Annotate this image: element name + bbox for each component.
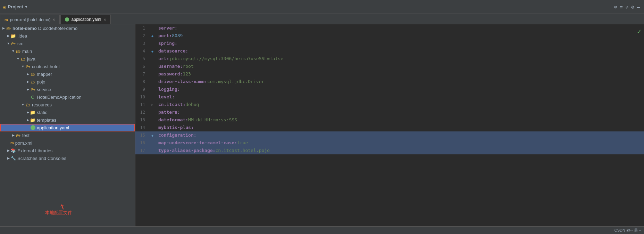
sidebar-item-cn-itcast-hotel[interactable]: ▼ 🗁 cn.itcast.hotel: [0, 63, 135, 70]
arrow-external-libraries: ▶: [6, 148, 10, 153]
folder-icon-hotel-demo: 🗁: [6, 25, 11, 31]
line-num-4: 4: [135, 47, 149, 55]
tab-yaml-label: application.yaml: [71, 17, 101, 22]
label-idea: .idea: [17, 33, 27, 39]
label-hotel-demo: hotel-demo D:\code\hotel-demo: [12, 26, 77, 31]
folder-icon-src: 🗁: [10, 41, 16, 46]
folder-icon-idea: 📁: [10, 33, 16, 39]
sidebar-item-external-libraries[interactable]: ▶ 📚 External Libraries: [0, 147, 135, 154]
label-service: service: [37, 87, 51, 92]
line-num-9: 9: [135, 86, 149, 93]
arrow-src: ▼: [6, 41, 10, 46]
line-num-13: 13: [135, 116, 149, 124]
code-line-10: 10 level:: [135, 93, 644, 101]
tab-application-yaml[interactable]: application.yaml ✕: [60, 15, 110, 24]
folder-icon-templates: 📁: [30, 117, 35, 123]
tab-pom-close[interactable]: ✕: [52, 18, 55, 22]
gutter-9: [149, 86, 156, 93]
line-num-1: 1: [135, 24, 149, 32]
line-content-11: cn.itcast: debug: [156, 101, 644, 108]
arrow-pojo: ▶: [26, 80, 30, 84]
sidebar-item-main[interactable]: ▼ 🗁 main: [0, 47, 135, 55]
label-main: main: [22, 49, 32, 54]
line-content-7: password: 123: [156, 70, 644, 78]
folder-icon-test: 🗁: [15, 132, 21, 138]
label-external-libraries: External Libraries: [17, 148, 52, 153]
gutter-6: [149, 63, 156, 70]
sidebar-item-hoteldemo-application[interactable]: C HotelDemoApplication: [0, 93, 135, 101]
gutter-15: ◆: [149, 131, 156, 139]
folder-icon-main: 🗁: [15, 48, 21, 54]
label-pojo: pojo: [37, 79, 45, 84]
sidebar-item-idea[interactable]: ▶ 📁 .idea: [0, 32, 135, 40]
code-line-1: 1 server:: [135, 24, 644, 32]
scratches-icon: 🔧: [10, 155, 16, 161]
line-num-2: 2: [135, 32, 149, 40]
label-mapper: mapper: [37, 72, 52, 77]
line-content-15: configuration:: [156, 131, 644, 139]
xml-file-icon: m: [5, 18, 8, 22]
line-content-1: server:: [156, 24, 644, 32]
tab-pom-xml[interactable]: m pom.xml (hotel-demo) ✕: [0, 15, 60, 24]
settings-icon[interactable]: ⚙: [631, 4, 634, 10]
gutter-2: ◆: [149, 32, 156, 40]
line-content-8: driver-class-name: com.mysql.jdbc.Driver: [156, 78, 644, 86]
sidebar-item-src[interactable]: ▼ 🗁 src: [0, 40, 135, 47]
gutter-14: [149, 124, 156, 131]
line-content-6: username: root: [156, 63, 644, 70]
project-sidebar: ▶ 🗁 hotel-demo D:\code\hotel-demo ▶ 📁 .i…: [0, 24, 135, 226]
sidebar-item-pojo[interactable]: ▶ 🗁 pojo: [0, 78, 135, 86]
line-num-3: 3: [135, 40, 149, 47]
lib-icon: 📚: [10, 148, 16, 153]
line-content-12: pattern:: [156, 108, 644, 116]
folder-icon-java: 🗁: [20, 56, 26, 62]
folder-icon-resources: 🗁: [25, 102, 31, 107]
minimize-icon[interactable]: —: [637, 4, 640, 10]
line-content-16: map-underscore-to-camel-case: true: [156, 139, 644, 147]
sidebar-item-hotel-demo[interactable]: ▶ 🗁 hotel-demo D:\code\hotel-demo: [0, 24, 135, 32]
arrow-service: ▶: [26, 87, 30, 91]
code-editor[interactable]: 1 server: 2 ◆ port: 8089 3 spring: 4 ◆ d: [135, 24, 644, 226]
label-templates: templates: [37, 118, 56, 123]
sidebar-item-mapper[interactable]: ▶ 🗁 mapper: [0, 70, 135, 78]
yaml-file-icon-sidebar: [31, 125, 35, 130]
arrow-cn-itcast-hotel: ▼: [21, 64, 25, 68]
gutter-8: [149, 78, 156, 86]
tab-pom-label: pom.xml (hotel-demo): [10, 17, 51, 22]
sidebar-item-service[interactable]: ▶ 🗁 service: [0, 86, 135, 93]
line-content-2: port: 8089: [156, 32, 644, 40]
sidebar-item-application-yaml[interactable]: application.yaml: [0, 124, 135, 131]
sort-icon[interactable]: ⇌: [626, 4, 628, 10]
sidebar-item-java[interactable]: ▼ 🗁 java: [0, 55, 135, 63]
label-src: src: [17, 41, 23, 46]
list-icon[interactable]: ≡: [620, 4, 622, 10]
gutter-3: [149, 40, 156, 47]
add-icon[interactable]: ⊕: [614, 4, 617, 10]
folder-icon-cn-itcast-hotel: 🗁: [25, 64, 31, 69]
arrow-test: ▶: [11, 133, 15, 137]
sidebar-item-pom-xml[interactable]: m pom.xml: [0, 139, 135, 147]
arrow-static: ▶: [26, 110, 30, 114]
line-content-5: url: jdbc:mysql://mysql:3306/heima?useSS…: [156, 55, 644, 63]
line-num-17: 17: [135, 147, 149, 154]
project-dropdown-arrow[interactable]: ▼: [25, 5, 27, 9]
status-bar: CSDN @-- 另 --: [0, 226, 644, 234]
arrow-templates: ▶: [26, 118, 30, 122]
code-line-8: 8 driver-class-name: com.mysql.jdbc.Driv…: [135, 78, 644, 86]
code-line-14: 14 mybatis-plus:: [135, 124, 644, 131]
project-folder-icon: ▣: [3, 4, 6, 10]
sidebar-item-scratches[interactable]: ▶ 🔧 Scratches and Consoles: [0, 154, 135, 162]
sidebar-item-static[interactable]: ▶ 📁 static: [0, 108, 135, 116]
line-num-16: 16: [135, 139, 149, 147]
sidebar-item-templates[interactable]: ▶ 📁 templates: [0, 116, 135, 124]
sidebar-item-resources[interactable]: ▼ 🗁 resources: [0, 101, 135, 108]
sidebar-item-test[interactable]: ▶ 🗁 test: [0, 131, 135, 139]
gutter-10: [149, 93, 156, 101]
project-label: Project: [8, 4, 23, 9]
label-pom-xml: pom.xml: [15, 140, 32, 146]
checkmark-icon: ✓: [637, 27, 641, 35]
code-line-7: 7 password: 123: [135, 70, 644, 78]
line-num-8: 8: [135, 78, 149, 86]
tab-yaml-close[interactable]: ✕: [103, 18, 106, 22]
line-content-17: type-aliases-package: cn.itcast.hotel.po…: [156, 147, 644, 154]
